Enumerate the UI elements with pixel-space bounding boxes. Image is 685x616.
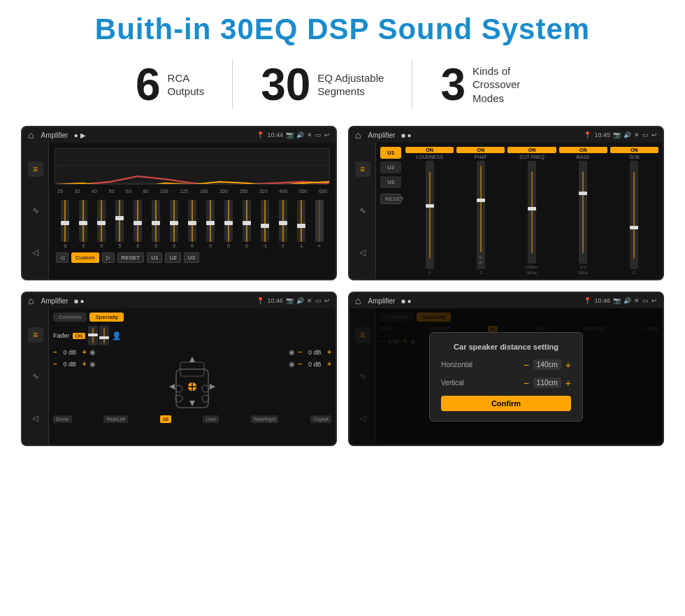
fader-sidebar: ≡ ∿ ◁ bbox=[22, 308, 49, 445]
dialog-vertical-minus[interactable]: − bbox=[524, 378, 529, 389]
fader-label-rearleft[interactable]: RearLeft bbox=[103, 415, 128, 423]
xo-preset-u3[interactable]: U3 bbox=[380, 176, 401, 188]
eq-u3-btn[interactable]: U3 bbox=[184, 252, 199, 263]
xo-sub-val: G bbox=[633, 271, 636, 275]
fader-label-text: Fader bbox=[53, 332, 70, 339]
dialog-home-icon[interactable]: ⌂ bbox=[355, 295, 361, 306]
fader-person-icon[interactable]: 👤 bbox=[112, 331, 122, 341]
eq-custom-btn[interactable]: Custom bbox=[71, 252, 99, 263]
confirm-button[interactable]: Confirm bbox=[441, 396, 571, 411]
svg-marker-15 bbox=[169, 384, 175, 389]
eq-slider-8: 0 bbox=[203, 200, 219, 248]
fader-minus-4[interactable]: − bbox=[298, 360, 302, 368]
dialog-location-icon: 📍 bbox=[584, 297, 591, 304]
fader-speaker-l2: ◉ bbox=[89, 360, 96, 368]
fader-label-all[interactable]: All bbox=[160, 415, 171, 423]
eq-u2-btn[interactable]: U2 bbox=[165, 252, 180, 263]
dialog-back-icon[interactable]: ↩ bbox=[651, 297, 657, 304]
close-icon: ✕ bbox=[307, 131, 312, 138]
crossover-main: U1 U2 U3 RESET ON LOUDNESS 0 bbox=[376, 143, 663, 279]
eq-play-btn[interactable]: ▷ bbox=[102, 252, 115, 263]
xo-cutfreq-on[interactable]: ON bbox=[507, 147, 556, 153]
freq-250: 250 bbox=[240, 189, 248, 194]
fader-plus-1[interactable]: + bbox=[82, 348, 87, 356]
svg-marker-13 bbox=[189, 357, 195, 362]
xo-preset-u2[interactable]: U2 bbox=[380, 162, 401, 173]
eq-sidebar-speaker[interactable]: ◁ bbox=[28, 245, 43, 260]
fader-db-row-2: − 0 dB + ◉ bbox=[53, 360, 165, 368]
fader-minus-3[interactable]: − bbox=[298, 348, 302, 356]
fader-home-icon[interactable]: ⌂ bbox=[28, 295, 34, 306]
back-icon[interactable]: ↩ bbox=[324, 131, 330, 138]
eq-prev-btn[interactable]: ◁ bbox=[56, 252, 68, 263]
xo-loudness-slider[interactable] bbox=[426, 161, 434, 269]
eq-sliders: 0 0 0 5 0 0 0 0 0 0 0 -1 0 -1 » bbox=[55, 198, 330, 248]
dialog-horizontal-plus[interactable]: + bbox=[565, 359, 571, 371]
xo-sub-on[interactable]: ON bbox=[610, 147, 658, 153]
eq-slider-0: 0 bbox=[57, 200, 73, 248]
dialog-screen-title: Amplifier ■ ● bbox=[368, 297, 579, 305]
fader-plus-3[interactable]: + bbox=[327, 348, 331, 356]
fader-volume-icon: 🔊 bbox=[296, 297, 304, 304]
xo-sidebar-speaker[interactable]: ◁ bbox=[355, 245, 370, 260]
dialog-horizontal-value: 140cm bbox=[533, 359, 561, 370]
fader-db-val-1: 0 dB bbox=[60, 349, 80, 356]
xo-phat-label: PHAT bbox=[475, 155, 487, 159]
xo-cutfreq-slider[interactable] bbox=[528, 161, 536, 264]
fader-on-button[interactable]: ON bbox=[73, 333, 86, 339]
home-icon[interactable]: ⌂ bbox=[28, 129, 34, 141]
fader-tab-common[interactable]: Common bbox=[53, 313, 87, 322]
fader-plus-4[interactable]: + bbox=[327, 360, 331, 368]
xo-back-icon[interactable]: ↩ bbox=[651, 131, 657, 138]
xo-phat-on[interactable]: ON bbox=[456, 147, 505, 153]
eq-reset-btn[interactable]: RESET bbox=[117, 252, 145, 263]
fader-back-icon[interactable]: ↩ bbox=[324, 297, 330, 304]
stat-crossover-label: Kinds ofCrossover Modes bbox=[473, 64, 549, 106]
dialog-horizontal-label: Horizontal bbox=[441, 361, 473, 368]
fader-label-user[interactable]: User bbox=[203, 415, 219, 423]
stat-rca-number: 6 bbox=[136, 62, 161, 107]
freq-400: 400 bbox=[279, 189, 287, 194]
eq-u1-btn[interactable]: U1 bbox=[147, 252, 162, 263]
xo-bass-on[interactable]: ON bbox=[559, 147, 607, 153]
fader-tab-specialty[interactable]: Specialty bbox=[89, 313, 123, 322]
eq-slider-4: 0 bbox=[130, 200, 146, 248]
eq-sidebar-wave[interactable]: ∿ bbox=[28, 203, 43, 218]
fader-minus-1[interactable]: − bbox=[53, 348, 57, 356]
dialog-horizontal-minus[interactable]: − bbox=[524, 359, 529, 371]
eq-sidebar-eq[interactable]: ≡ bbox=[28, 162, 43, 177]
fader-label-copilot[interactable]: Copilot bbox=[310, 415, 331, 423]
fader-db-row-3: ◉ − 0 dB + bbox=[289, 348, 331, 356]
xo-window-icon: ▭ bbox=[642, 131, 649, 138]
freq-40: 40 bbox=[92, 189, 97, 194]
fader-sliders-mini bbox=[88, 326, 109, 345]
eq-slider-7: 0 bbox=[185, 200, 201, 248]
xo-sidebar: ≡ ∿ ◁ bbox=[349, 143, 376, 279]
xo-phat-slider[interactable]: G F bbox=[477, 161, 485, 269]
xo-loudness-on[interactable]: ON bbox=[405, 147, 454, 153]
eq-slider-12: 0 bbox=[275, 200, 291, 248]
xo-bass-slider[interactable] bbox=[579, 161, 587, 264]
fader-label-driver[interactable]: Driver bbox=[53, 415, 72, 423]
xo-sub-slider[interactable] bbox=[630, 161, 638, 269]
fader-speaker-r1: ◉ bbox=[289, 348, 295, 356]
xo-home-icon[interactable]: ⌂ bbox=[355, 129, 361, 141]
fader-sidebar-speaker[interactable]: ◁ bbox=[28, 410, 43, 426]
xo-preset-u1[interactable]: U1 bbox=[380, 147, 401, 159]
eq-screen-content: ≡ ∿ ◁ bbox=[22, 143, 336, 279]
fader-bottom-labels: Driver RearLeft All User RearRight Copil… bbox=[53, 415, 331, 423]
fader-sidebar-eq[interactable]: ≡ bbox=[28, 327, 43, 343]
xo-sidebar-eq[interactable]: ≡ bbox=[355, 162, 370, 177]
fader-minus-2[interactable]: − bbox=[53, 360, 57, 368]
fader-plus-2[interactable]: + bbox=[82, 360, 87, 368]
xo-sidebar-wave[interactable]: ∿ bbox=[355, 203, 370, 218]
xo-bass-freq: 90Hz bbox=[578, 271, 588, 275]
fader-label-rearright[interactable]: RearRight bbox=[251, 415, 279, 423]
eq-status-bar: ⌂ Amplifier ● ▶ 📍 10:44 📷 🔊 ✕ ▭ ↩ bbox=[22, 127, 336, 143]
xo-reset-btn[interactable]: RESET bbox=[380, 194, 401, 204]
camera-icon: 📷 bbox=[286, 131, 294, 138]
xo-col-bass: ON BASS 3.0 90Hz bbox=[559, 147, 607, 275]
fader-sidebar-wave[interactable]: ∿ bbox=[28, 368, 43, 384]
dialog-vertical-plus[interactable]: + bbox=[565, 378, 571, 389]
freq-80: 80 bbox=[143, 189, 149, 194]
